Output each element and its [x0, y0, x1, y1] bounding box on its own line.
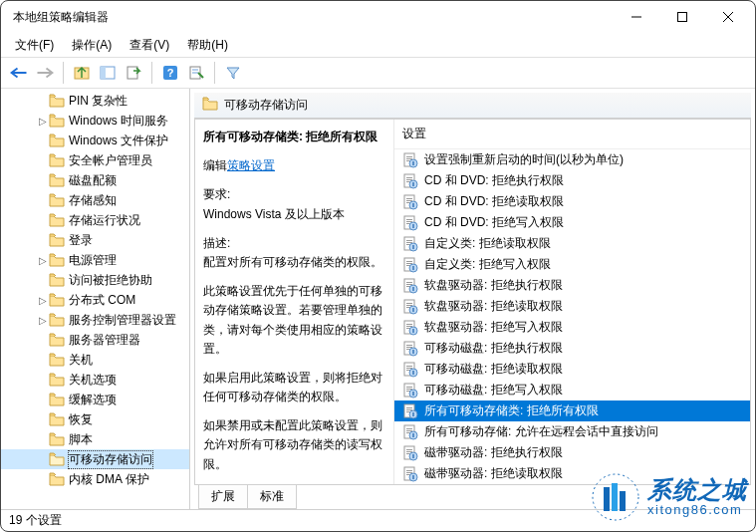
- setting-item[interactable]: 可移动磁盘: 拒绝写入权限: [394, 380, 750, 400]
- setting-item[interactable]: 可移动磁盘: 拒绝执行权限: [394, 338, 750, 359]
- tree-item[interactable]: 存储运行状况: [1, 210, 189, 230]
- svg-rect-105: [406, 472, 412, 473]
- tree-item[interactable]: 缓解选项: [1, 390, 189, 409]
- tree-item[interactable]: 恢复: [1, 409, 189, 429]
- settings-list[interactable]: 设置强制重新启动的时间(以秒为单位)CD 和 DVD: 拒绝执行权限CD 和 D…: [394, 149, 750, 484]
- tree-item-label: 分布式 COM: [69, 292, 135, 309]
- setting-label: CD 和 DVD: 拒绝读取权限: [424, 193, 564, 210]
- tree-item[interactable]: Windows 文件保护: [1, 131, 189, 150]
- svg-rect-87: [406, 409, 412, 410]
- export-button[interactable]: [122, 61, 145, 85]
- svg-rect-39: [406, 242, 412, 243]
- watermark: 系统之城 xitong86.com: [592, 473, 747, 521]
- setting-label: 磁带驱动器: 拒绝执行权限: [424, 444, 563, 461]
- setting-item[interactable]: 所有可移动存储: 允许在远程会话中直接访问: [394, 421, 750, 442]
- watermark-text: 系统之城 xitong86.com: [647, 477, 747, 518]
- tree-item[interactable]: 登录: [1, 230, 189, 250]
- watermark-url: xitong86.com: [647, 503, 747, 517]
- tree-item[interactable]: 安全帐户管理员: [1, 150, 189, 170]
- policy-icon: [402, 194, 418, 210]
- menu-file[interactable]: 文件(F): [9, 35, 60, 56]
- tree-item[interactable]: 磁盘配额: [1, 170, 189, 190]
- details-header-title: 可移动存储访问: [224, 97, 308, 114]
- svg-rect-108: [412, 475, 414, 479]
- tree-item[interactable]: 关机: [1, 350, 189, 370]
- properties-button[interactable]: [184, 61, 208, 85]
- tree-item[interactable]: ▷电源管理: [1, 250, 189, 270]
- back-button[interactable]: [7, 61, 31, 85]
- setting-item[interactable]: 所有可移动存储类: 拒绝所有权限: [394, 400, 750, 421]
- filter-button[interactable]: [221, 61, 245, 85]
- setting-item[interactable]: CD 和 DVD: 拒绝读取权限: [394, 191, 750, 212]
- policy-icon: [402, 152, 418, 168]
- expand-icon[interactable]: ▷: [37, 295, 49, 306]
- tree-item[interactable]: ▷分布式 COM: [1, 290, 189, 310]
- forward-button[interactable]: [33, 61, 57, 85]
- setting-item[interactable]: CD 和 DVD: 拒绝执行权限: [394, 170, 750, 191]
- status-text: 19 个设置: [9, 512, 62, 529]
- description-para1: 此策略设置优先于任何单独的可移动存储策略设置。若要管理单独的类，请对每个类使用相…: [203, 282, 385, 359]
- tree-item-label: 安全帐户管理员: [69, 152, 152, 169]
- toolbar-separator: [151, 62, 152, 84]
- svg-rect-45: [406, 263, 412, 264]
- tree-item[interactable]: 关机选项: [1, 370, 189, 390]
- close-button[interactable]: [705, 1, 751, 33]
- setting-item[interactable]: 可移动磁盘: 拒绝读取权限: [394, 359, 750, 380]
- setting-item[interactable]: CD 和 DVD: 拒绝写入权限: [394, 212, 750, 233]
- svg-rect-33: [406, 221, 412, 222]
- setting-item[interactable]: 磁带驱动器: 拒绝执行权限: [394, 442, 750, 463]
- tab-extended[interactable]: 扩展: [198, 485, 248, 509]
- setting-item[interactable]: 软盘驱动器: 拒绝读取权限: [394, 296, 750, 317]
- tree-item[interactable]: ▷Windows 时间服务: [1, 111, 189, 131]
- svg-rect-51: [406, 284, 412, 285]
- policy-icon: [402, 362, 418, 378]
- setting-label: CD 和 DVD: 拒绝执行权限: [424, 172, 564, 189]
- description-value: 配置对所有可移动存储类的权限。: [203, 253, 385, 272]
- toolbar-separator: [63, 62, 64, 84]
- tree-item[interactable]: 脚本: [1, 429, 189, 449]
- tree-item[interactable]: ▷服务控制管理器设置: [1, 310, 189, 330]
- tree-item-label: 服务控制管理器设置: [69, 312, 176, 329]
- menu-action[interactable]: 操作(A): [66, 35, 118, 56]
- setting-label: 可移动磁盘: 拒绝执行权限: [424, 340, 563, 357]
- navigation-tree[interactable]: PIN 复杂性▷Windows 时间服务Windows 文件保护安全帐户管理员磁…: [1, 89, 190, 509]
- svg-rect-86: [406, 407, 412, 408]
- expand-icon[interactable]: ▷: [37, 116, 49, 127]
- setting-item[interactable]: 软盘驱动器: 拒绝执行权限: [394, 275, 750, 296]
- tree-item[interactable]: 内核 DMA 保护: [1, 469, 189, 489]
- maximize-button[interactable]: [659, 1, 705, 33]
- expand-icon[interactable]: ▷: [37, 255, 49, 266]
- tree-item[interactable]: 服务器管理器: [1, 330, 189, 350]
- setting-item[interactable]: 自定义类: 拒绝读取权限: [394, 233, 750, 254]
- minimize-button[interactable]: [614, 1, 659, 33]
- folder-icon: [49, 353, 65, 367]
- setting-item[interactable]: 设置强制重新启动的时间(以秒为单位): [394, 149, 750, 170]
- tree-item[interactable]: 可移动存储访问: [1, 449, 189, 469]
- svg-rect-75: [406, 368, 412, 369]
- svg-rect-112: [620, 491, 626, 511]
- help-button[interactable]: ?: [158, 61, 182, 85]
- svg-rect-14: [406, 156, 412, 157]
- settings-column-header[interactable]: 设置: [394, 120, 750, 149]
- setting-item[interactable]: 自定义类: 拒绝写入权限: [394, 254, 750, 275]
- up-button[interactable]: [70, 61, 94, 85]
- setting-item[interactable]: 软盘驱动器: 拒绝写入权限: [394, 317, 750, 338]
- tree-item[interactable]: 存储感知: [1, 190, 189, 210]
- svg-rect-56: [406, 303, 412, 304]
- svg-rect-80: [406, 387, 412, 388]
- show-hide-tree-button[interactable]: [96, 61, 120, 85]
- folder-icon: [49, 114, 65, 128]
- svg-rect-20: [406, 177, 412, 178]
- tab-standard[interactable]: 标准: [247, 485, 297, 509]
- tree-item[interactable]: 访问被拒绝协助: [1, 270, 189, 290]
- edit-policy-link[interactable]: 策略设置: [227, 158, 275, 172]
- menu-help[interactable]: 帮助(H): [181, 35, 234, 56]
- menu-view[interactable]: 查看(V): [124, 35, 175, 56]
- expand-icon[interactable]: ▷: [37, 315, 49, 326]
- tree-item-label: 磁盘配额: [69, 172, 117, 189]
- policy-icon: [402, 320, 418, 336]
- content-area: PIN 复杂性▷Windows 时间服务Windows 文件保护安全帐户管理员磁…: [1, 89, 755, 509]
- svg-rect-111: [612, 483, 618, 511]
- tree-item-label: 恢复: [69, 411, 93, 428]
- tree-item[interactable]: PIN 复杂性: [1, 91, 189, 111]
